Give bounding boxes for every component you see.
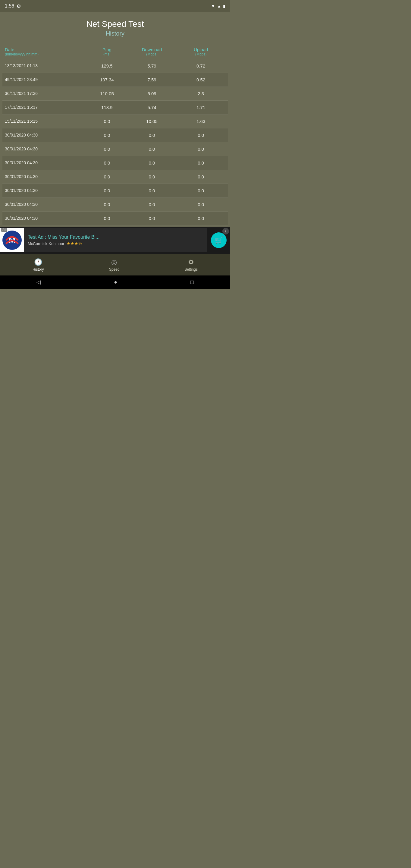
cell-upload: 0.0 [176,147,225,152]
cell-ping: 129.5 [87,63,127,68]
ad-logo: M M [0,228,24,252]
table-row: 17/11/2021 15:17 118.9 5.74 1.71 [2,101,228,115]
cell-date: 30/01/2020 04:30 [5,174,87,179]
cell-download: 10.05 [127,119,177,124]
cell-date: 30/01/2020 04:30 [5,133,87,138]
cell-ping: 0.0 [87,202,127,207]
cell-ping: 0.0 [87,147,127,152]
ad-cart-button[interactable]: 🛒 [211,232,227,248]
cell-download: 0.0 [127,160,177,165]
wifi-icon: ▼ [211,4,215,8]
cell-upload: 1.71 [176,105,225,110]
table-row: 30/01/2020 04:30 0.0 0.0 0.0 [2,156,228,170]
status-bar: 1:56 ⚙ ▼ ▲ ▮ [0,0,230,12]
info-icon: ℹ [225,229,227,233]
history-table: Date (mm/dd/yyyy hh:mm) Ping (ms) Downlo… [0,42,230,225]
signal-icon: ▲ [217,4,221,8]
nav-item-history[interactable]: 🕐 History [27,256,50,274]
status-right: ▼ ▲ ▮ [211,4,225,8]
ad-title: Test Ad : Miss Your Favourite Bi... [28,235,204,240]
nav-label-settings: Settings [185,267,198,272]
table-row: 49/11/2021 23:49 107.34 7.59 0.52 [2,73,228,87]
ad-info-button[interactable]: ℹ [222,228,229,235]
cell-date: 30/01/2020 04:30 [5,160,87,165]
cell-ping: 118.9 [87,105,127,110]
cell-upload: 0.0 [176,188,225,193]
cell-download: 5.09 [127,91,177,96]
cell-date: 36/11/2021 17:36 [5,91,87,96]
cell-date: 30/01/2020 04:30 [5,202,87,207]
table-row: 13/13/2021 01:13 129.5 5.79 0.72 [2,59,228,73]
cell-ping: 107.34 [87,77,127,82]
cell-date: 17/11/2021 15:17 [5,105,87,110]
cell-download: 0.0 [127,133,177,138]
ad-content: Test Ad : Miss Your Favourite Bi... McCo… [24,228,207,252]
cell-ping: 0.0 [87,160,127,165]
table-row: 30/01/2020 04:30 0.0 0.0 0.0 [2,128,228,142]
ad-brand: McCormick-Kohinoor [28,241,64,246]
back-button[interactable]: ◁ [36,279,41,285]
cell-date: 30/01/2020 04:30 [5,216,87,221]
cell-ping: 110.05 [87,91,127,96]
history-icon: 🕐 [34,258,42,266]
cell-upload: 0.0 [176,202,225,207]
ad-stars: ★★★½ [67,241,82,246]
cell-date: 30/01/2020 04:30 [5,147,87,152]
col-header-date: Date (mm/dd/yyyy hh:mm) [5,47,87,56]
cell-ping: 0.0 [87,188,127,193]
ad-label: Ad [1,228,7,232]
cell-upload: 1.63 [176,119,225,124]
cell-upload: 0.0 [176,160,225,165]
cell-upload: 0.52 [176,77,225,82]
cell-download: 0.0 [127,147,177,152]
col-header-ping: Ping (ms) [87,47,127,56]
cell-download: 0.0 [127,188,177,193]
cell-download: 7.59 [127,77,177,82]
cell-upload: 0.0 [176,174,225,179]
cell-download: 0.0 [127,202,177,207]
col-header-upload: Upload (Mbps) [176,47,225,56]
cell-date: 30/01/2020 04:30 [5,188,87,193]
page-title: History [5,30,225,37]
table-row: 30/01/2020 04:30 0.0 0.0 0.0 [2,198,228,212]
table-row: 30/01/2020 04:30 0.0 0.0 0.0 [2,170,228,184]
table-header-row: Date (mm/dd/yyyy hh:mm) Ping (ms) Downlo… [2,42,228,59]
cell-download: 5.74 [127,105,177,110]
status-time: 1:56 [5,3,14,9]
table-row: 30/01/2020 04:30 0.0 0.0 0.0 [2,212,228,225]
recent-button[interactable]: □ [190,279,194,285]
table-body: 13/13/2021 01:13 129.5 5.79 0.72 49/11/2… [2,59,228,225]
table-row: 15/11/2021 15:15 0.0 10.05 1.63 [2,115,228,128]
cart-icon: 🛒 [215,236,223,244]
home-button[interactable]: ● [114,279,117,285]
cell-date: 15/11/2021 15:15 [5,119,87,124]
table-row: 36/11/2021 17:36 110.05 5.09 2.3 [2,87,228,101]
speed-icon: ◎ [111,258,117,266]
nav-label-history: History [33,267,44,272]
settings-icon: ⚙ [188,258,194,266]
cell-ping: 0.0 [87,119,127,124]
nav-label-speed: Speed [109,267,120,272]
nav-item-settings[interactable]: ⚙ Settings [179,256,204,274]
cell-download: 5.79 [127,63,177,68]
bottom-nav: 🕐 History ◎ Speed ⚙ Settings [0,254,230,276]
battery-icon: ▮ [223,4,225,8]
app-header: Net Speed Test History [0,12,230,42]
cell-ping: 0.0 [87,174,127,179]
cell-download: 0.0 [127,216,177,221]
cell-download: 0.0 [127,174,177,179]
cell-upload: 2.3 [176,91,225,96]
ad-banner[interactable]: Ad ℹ M M Test Ad : Miss Your Favourite B… [0,227,230,254]
ad-logo-circle: M M [2,230,22,250]
cell-date: 49/11/2021 23:49 [5,77,87,82]
table-row: 30/01/2020 04:30 0.0 0.0 0.0 [2,142,228,156]
settings-icon: ⚙ [17,3,21,9]
android-nav-bar: ◁ ● □ [0,276,230,289]
cell-upload: 0.72 [176,63,225,68]
nav-item-speed[interactable]: ◎ Speed [103,256,126,274]
cell-ping: 0.0 [87,216,127,221]
cell-date: 13/13/2021 01:13 [5,63,87,68]
status-left: 1:56 ⚙ [5,3,21,9]
app-title: Net Speed Test [5,19,225,29]
cell-ping: 0.0 [87,133,127,138]
